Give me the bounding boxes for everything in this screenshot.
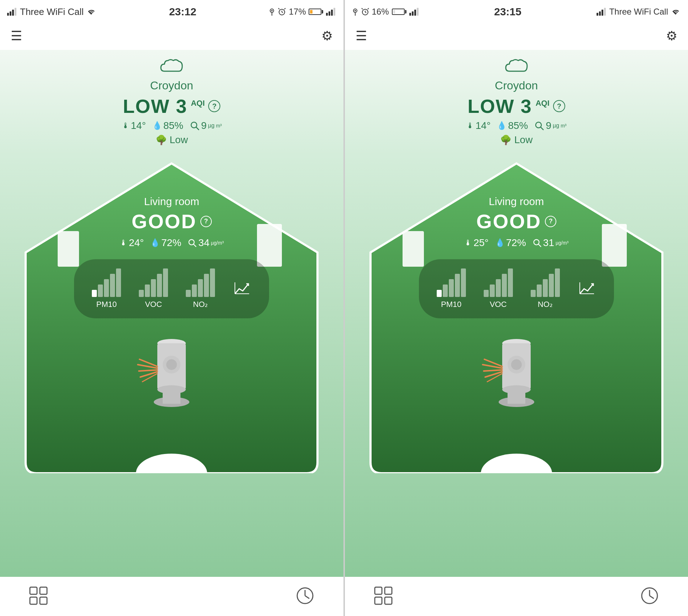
temp-item-1: 🌡 14° [122, 120, 146, 131]
pollen-row-1: 🌳 Low [156, 134, 188, 146]
pm-item-2: 9 µg m³ [534, 120, 566, 131]
pm-item-1: 9 µg m³ [190, 120, 222, 131]
battery-pct-1: 17% [289, 7, 306, 17]
battery-icon-2 [392, 9, 406, 15]
wifi-icon-2 [671, 8, 681, 16]
weather-row-2: 🌡 14° 💧 85% 9 µg m³ [466, 120, 566, 131]
fan-device-1 [136, 333, 207, 411]
svg-rect-84 [385, 597, 392, 604]
pm10-sensor-1: PM10 [92, 268, 121, 309]
svg-rect-57 [599, 11, 601, 16]
schedule-button-2[interactable] [640, 586, 660, 607]
pm10-label-2: PM10 [441, 300, 461, 309]
status-right-1: 17% [269, 7, 336, 17]
hamburger-menu-1[interactable]: ☰ [11, 30, 22, 42]
svg-line-22 [194, 244, 196, 247]
indoor-pm-1: 34 µg/m³ [188, 237, 224, 249]
house-wrapper-1: Living room GOOD ? 🌡 24° 💧 72% [8, 153, 335, 577]
cloud-icon-2 [504, 57, 529, 76]
weather-row-1: 🌡 14° 💧 85% 9 µg m³ [122, 120, 222, 131]
svg-line-51 [368, 8, 369, 9]
svg-rect-59 [604, 8, 606, 16]
signal-icon-2 [409, 8, 419, 16]
outdoor-section-2: Croydon LOW 3 AQI ? 🌡 14° 💧 85% [466, 57, 566, 146]
screen-2: 16% 23:15 Three WiFi Call [345, 0, 688, 616]
svg-rect-52 [409, 13, 411, 16]
magnifier-icon-1 [190, 121, 200, 131]
svg-rect-40 [40, 597, 47, 604]
battery-icon-1 [309, 9, 323, 15]
room-name-2: Living room [489, 195, 544, 208]
indoor-humidity-1: 💧 72% [150, 237, 181, 249]
svg-point-16 [191, 122, 197, 128]
hamburger-menu-2[interactable]: ☰ [356, 30, 367, 42]
chart-icon-1[interactable] [233, 279, 251, 299]
devices-button-2[interactable] [373, 586, 393, 607]
svg-line-50 [362, 8, 363, 9]
devices-button-1[interactable] [28, 586, 48, 607]
air-quality-row-2: GOOD ? [476, 210, 556, 233]
svg-rect-13 [329, 11, 330, 16]
svg-point-60 [536, 122, 541, 128]
no2-label-1: NO₂ [193, 300, 208, 309]
air-quality-label-2: GOOD [476, 210, 541, 233]
voc-bars-2 [484, 268, 513, 297]
no2-bars-2 [531, 268, 560, 297]
svg-line-10 [278, 8, 279, 9]
svg-rect-12 [326, 13, 328, 16]
svg-rect-15 [334, 8, 335, 16]
main-content-2: Croydon LOW 3 AQI ? 🌡 14° 💧 85% [345, 50, 688, 577]
quality-help-2[interactable]: ? [545, 216, 556, 227]
chart-icon-2[interactable] [578, 279, 596, 299]
indoor-weather-row-1: 🌡 24° 💧 72% 34 µg/m³ [120, 237, 224, 249]
indoor-humidity-2: 💧 72% [495, 237, 526, 249]
aqi-value-2: LOW 3 [468, 95, 532, 117]
no2-label-2: NO₂ [538, 300, 553, 309]
bottom-nav-1 [0, 577, 343, 616]
svg-rect-14 [331, 10, 333, 16]
schedule-button-1[interactable] [295, 586, 315, 607]
aqi-suffix-2: AQI [536, 99, 550, 108]
gear-icon-1[interactable]: ⚙ [321, 28, 333, 43]
voc-label-2: VOC [490, 300, 507, 309]
voc-label-1: VOC [145, 300, 162, 309]
aqi-row-1: LOW 3 AQI ? [123, 95, 220, 117]
indoor-temp-1: 🌡 24° [120, 237, 144, 249]
humidity-item-2: 💧 85% [497, 120, 528, 131]
nav-bar-1: ☰ ⚙ [0, 22, 343, 50]
svg-point-45 [354, 10, 356, 11]
svg-point-65 [534, 240, 539, 245]
carrier-label-2: Three WiFi Call [609, 7, 668, 17]
svg-line-9 [282, 12, 283, 13]
house-wrapper-2: Living room GOOD ? 🌡 25° 💧 72% [353, 153, 680, 577]
svg-line-76 [484, 370, 502, 371]
svg-rect-0 [7, 13, 9, 16]
pm10-bars-2 [437, 268, 466, 297]
indoor-weather-row-2: 🌡 25° 💧 72% 31 µg/m³ [464, 237, 568, 249]
svg-rect-1 [10, 11, 11, 16]
status-left-1: Three WiFi Call [7, 6, 96, 17]
svg-rect-38 [40, 587, 47, 594]
alarm-icon-2 [361, 8, 369, 16]
svg-rect-73 [508, 390, 525, 404]
temp-item-2: 🌡 14° [466, 120, 490, 131]
pollen-row-2: 🌳 Low [500, 134, 532, 146]
svg-rect-29 [163, 390, 180, 404]
carrier-label-1: Three WiFi Call [20, 6, 84, 17]
bottom-nav-2 [345, 577, 688, 616]
voc-sensor-1: VOC [139, 268, 168, 309]
outdoor-section-1: Croydon LOW 3 AQI ? 🌡 14° 💧 85% [122, 57, 222, 146]
aqi-help-2[interactable]: ? [553, 100, 565, 112]
svg-rect-3 [15, 8, 16, 16]
aqi-help-1[interactable]: ? [208, 100, 220, 112]
pm10-sensor-2: PM10 [437, 268, 466, 309]
time-label-2: 23:15 [494, 6, 521, 18]
svg-rect-56 [597, 13, 598, 16]
gear-icon-2[interactable]: ⚙ [666, 28, 677, 43]
svg-line-87 [650, 596, 654, 599]
quality-help-1[interactable]: ? [200, 216, 212, 227]
svg-line-11 [284, 8, 285, 9]
location-name-2: Croydon [495, 79, 538, 92]
svg-point-5 [271, 10, 273, 11]
svg-rect-2 [12, 10, 14, 16]
